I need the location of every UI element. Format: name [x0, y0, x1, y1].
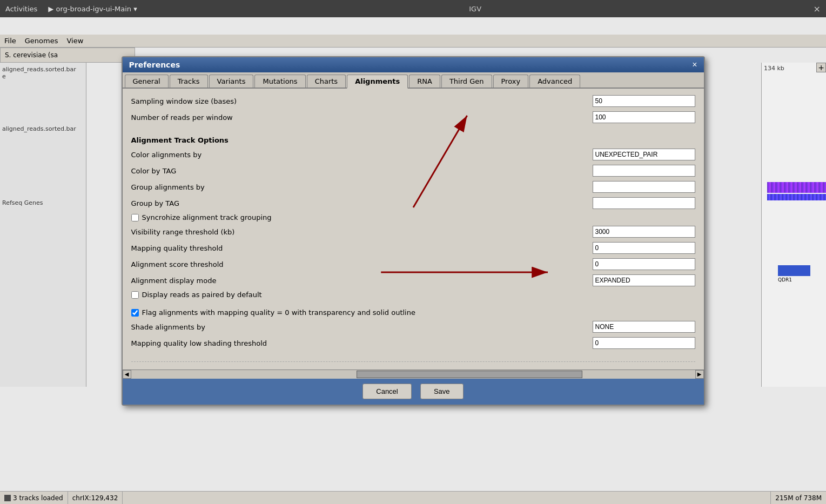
status-bar: 3 tracks loaded chrIX:129,432 215M of 73… [0, 491, 826, 504]
preferences-dialog: Preferences × General Tracks Variants Mu… [122, 56, 705, 406]
sampling-window-row: Sampling window size (bases) [131, 93, 695, 109]
dialog-title-bar: Preferences × [123, 57, 704, 72]
dialog-overlay: Preferences × General Tracks Variants Mu… [0, 35, 826, 504]
group-alignments-input[interactable] [593, 181, 695, 193]
memory-label: 215M of 738M [775, 494, 822, 502]
top-bar-activities: Activities [5, 5, 37, 13]
reads-per-window-input[interactable] [593, 111, 695, 123]
tracks-loaded-label: 3 tracks loaded [13, 494, 63, 502]
igv-background: File Genomes View S. cerevisiae (sa alig… [0, 17, 826, 504]
tab-advanced[interactable]: Advanced [529, 75, 580, 88]
sampling-window-input[interactable] [593, 95, 695, 107]
shade-label: Shade alignments by [131, 323, 593, 331]
display-mode-row: Alignment display mode [131, 272, 695, 288]
coord-label: chrIX:129,432 [72, 494, 118, 502]
color-by-tag-row: Color by TAG [131, 163, 695, 179]
flag-label: Flag alignments with mapping quality = 0… [142, 308, 415, 317]
group-by-tag-row: Group by TAG [131, 195, 695, 211]
display-paired-checkbox[interactable] [131, 291, 139, 299]
tab-bar: General Tracks Variants Mutations Charts… [123, 72, 704, 89]
top-bar-title: IGV [137, 5, 814, 13]
tab-alignments[interactable]: Alignments [347, 75, 408, 89]
color-alignments-row: Color alignments by [131, 146, 695, 163]
save-button[interactable]: Save [420, 384, 464, 399]
coord-status: chrIX:129,432 [68, 492, 123, 504]
group-by-tag-label: Group by TAG [131, 199, 593, 207]
scroll-indicator [131, 351, 695, 362]
tab-charts[interactable]: Charts [307, 75, 346, 88]
visibility-row: Visibility range threshold (kb) [131, 224, 695, 240]
color-alignments-label: Color alignments by [131, 151, 593, 159]
tab-rna[interactable]: RNA [409, 75, 440, 88]
top-bar: Activities ▶ org-broad-igv-ui-Main ▾ IGV… [0, 0, 826, 17]
color-alignments-input[interactable] [593, 149, 695, 160]
hscroll-thumb[interactable] [357, 371, 582, 378]
color-by-tag-input[interactable] [593, 165, 695, 177]
mapping-quality-row: Mapping quality threshold [131, 240, 695, 256]
sampling-window-label: Sampling window size (bases) [131, 97, 593, 105]
scrollable-area[interactable]: Sampling window size (bases) Number of r… [123, 89, 704, 369]
sync-checkbox[interactable] [131, 214, 139, 221]
display-mode-input[interactable] [593, 274, 695, 286]
display-mode-label: Alignment display mode [131, 277, 593, 285]
dialog-content: Sampling window size (bases) Number of r… [123, 89, 704, 369]
group-alignments-label: Group alignments by [131, 183, 593, 191]
dialog-title: Preferences [129, 61, 180, 69]
sync-row: Syncrohize alignment track grouping [131, 211, 695, 224]
dialog-close-btn[interactable]: × [692, 61, 697, 69]
hscroll-track[interactable] [131, 370, 695, 379]
reads-per-window-row: Number of reads per window [131, 109, 695, 125]
tab-variants[interactable]: Variants [209, 75, 254, 88]
group-by-tag-input[interactable] [593, 197, 695, 209]
tab-tracks[interactable]: Tracks [170, 75, 208, 88]
shade-input[interactable] [593, 321, 695, 333]
color-by-tag-label: Color by TAG [131, 167, 593, 175]
display-paired-label: Display reads as paired by default [142, 291, 262, 299]
display-paired-row: Display reads as paired by default [131, 288, 695, 301]
mapping-low-shade-label: Mapping quality low shading threshold [131, 339, 593, 347]
top-bar-app: ▶ org-broad-igv-ui-Main ▾ [48, 5, 137, 13]
memory-status: 215M of 738M [770, 492, 826, 504]
mapping-quality-label: Mapping quality threshold [131, 244, 593, 252]
tab-general[interactable]: General [125, 75, 169, 88]
reads-per-window-label: Number of reads per window [131, 113, 593, 122]
tab-thirdgen[interactable]: Third Gen [441, 75, 492, 88]
alignment-score-input[interactable] [593, 258, 695, 270]
visibility-input[interactable] [593, 226, 695, 238]
alignment-track-section: Alignment Track Options [131, 131, 695, 146]
hscroll-left-btn[interactable]: ◀ [123, 370, 131, 379]
mapping-low-shade-row: Mapping quality low shading threshold [131, 335, 695, 351]
top-bar-close-btn[interactable]: × [814, 4, 821, 14]
mapping-quality-input[interactable] [593, 242, 695, 254]
visibility-label: Visibility range threshold (kb) [131, 228, 593, 236]
tab-proxy[interactable]: Proxy [493, 75, 529, 88]
flag-row: Flag alignments with mapping quality = 0… [131, 306, 695, 319]
tracks-icon [4, 495, 11, 501]
flag-checkbox[interactable] [131, 309, 139, 317]
group-alignments-row: Group alignments by [131, 179, 695, 195]
mapping-low-shade-input[interactable] [593, 337, 695, 349]
tab-mutations[interactable]: Mutations [254, 75, 305, 88]
alignment-score-label: Alignment score threshold [131, 260, 593, 268]
alignment-score-row: Alignment score threshold [131, 256, 695, 272]
dialog-footer: Cancel Save [123, 378, 704, 405]
horizontal-scrollbar[interactable]: ◀ ▶ [123, 369, 704, 378]
cancel-button[interactable]: Cancel [362, 384, 411, 399]
tracks-loaded-status: 3 tracks loaded [0, 492, 68, 504]
shade-row: Shade alignments by [131, 319, 695, 335]
hscroll-right-btn[interactable]: ▶ [695, 370, 704, 379]
sync-label: Syncrohize alignment track grouping [142, 213, 272, 221]
